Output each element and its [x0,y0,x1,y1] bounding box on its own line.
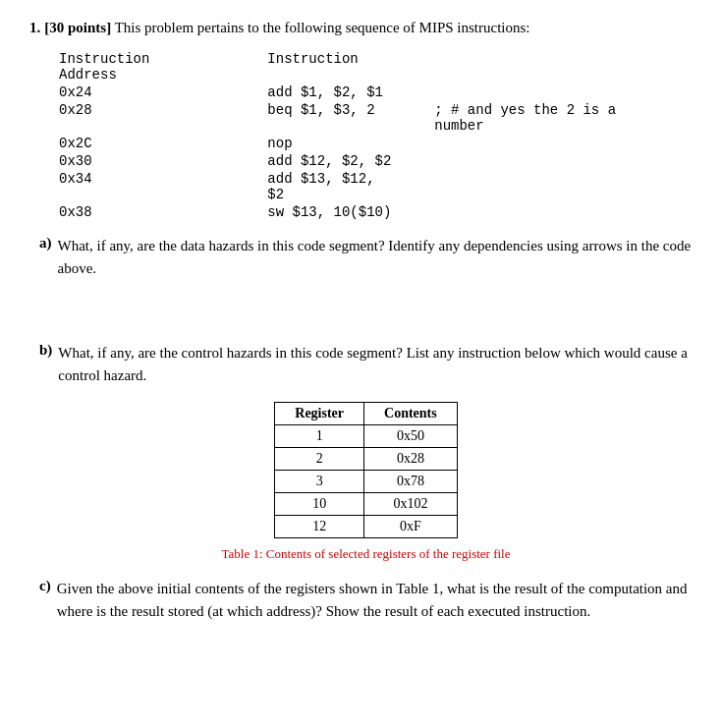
instr-text-1: beq $1, $3, 2 [267,101,434,135]
instr-address-2: 0x2C [59,135,267,152]
instr-text-4: add $13, $12, $2 [267,170,434,203]
instr-comment-2 [434,135,693,152]
table-row: 0x28 beq $1, $3, 2 ; # and yes the 2 is … [59,101,693,135]
instr-address-1: 0x28 [59,101,267,135]
spacer-a [39,287,693,307]
reg-contents-3: 0x102 [364,493,458,516]
sub-question-b-text: b) What, if any, are the control hazards… [39,342,693,386]
instr-comment-5 [434,203,693,221]
reg-contents-4: 0xF [364,516,458,538]
reg-reg-0: 1 [275,425,364,448]
reg-row-3: 10 0x102 [275,493,457,516]
col1-header: Instruction Address [59,50,267,84]
sub-content-a: What, if any, are the data hazards in th… [58,235,694,279]
reg-reg-3: 10 [275,493,364,516]
reg-row-1: 2 0x28 [275,448,457,471]
register-table: Register Contents 1 0x50 2 0x28 3 [274,402,457,538]
instr-comment-0 [434,84,693,101]
instr-comment-1: ; # and yes the 2 is a number [434,101,693,135]
instr-address-5: 0x38 [59,203,267,221]
table-row: 0x24 add $1, $2, $1 [59,84,693,101]
sub-label-c: c) [39,578,51,594]
col2-header: Instruction [267,50,434,84]
reg-row-4: 12 0xF [275,516,457,538]
reg-row-2: 3 0x78 [275,471,457,493]
instr-address-0: 0x24 [59,84,267,101]
instr-text-2: nop [267,135,434,152]
reg-contents-1: 0x28 [364,448,458,471]
instr-text-0: add $1, $2, $1 [267,84,434,101]
table-row: 0x38 sw $13, 10($10) [59,203,693,221]
instr-comment-4 [434,170,693,203]
instr-comment-3 [434,152,693,170]
sub-question-a-text: a) What, if any, are the data hazards in… [39,235,693,279]
table-caption-text: Table 1: Contents of selected registers … [221,546,510,561]
spacer-a2 [39,307,693,326]
problem-number-text: 1. [29,20,40,35]
sub-question-c: c) Given the above initial contents of t… [39,578,693,622]
problem-header: 1. [30 points] This problem pertains to … [29,20,693,36]
reg-contents-0: 0x50 [364,425,458,448]
problem-title: [30 points] This problem pertains to the… [44,20,529,36]
sub-label-a: a) [39,235,52,252]
instr-text-5: sw $13, 10($10) [267,203,434,221]
reg-contents-2: 0x78 [364,471,458,493]
instr-text-3: add $12, $2, $2 [267,152,434,170]
sub-question-a: a) What, if any, are the data hazards in… [39,235,693,326]
sub-content-b: What, if any, are the control hazards in… [58,342,693,386]
instr-address-4: 0x34 [59,170,267,203]
reg-row-0: 1 0x50 [275,425,457,448]
table-ref-1: 1 [432,581,440,596]
reg-col1-header: Register [275,403,364,425]
problem-title-text: This problem pertains to the following s… [111,20,529,35]
sub-question-c-text: c) Given the above initial contents of t… [39,578,693,622]
problem-number: 1. [29,20,40,36]
instruction-table: Instruction Address Instruction 0x24 add… [59,50,693,221]
table-row: 0x2C nop [59,135,693,152]
problem-points: [30 points] [44,20,111,35]
reg-col2-header: Contents [364,403,458,425]
table-row: 0x34 add $13, $12, $2 [59,170,693,203]
reg-reg-1: 2 [275,448,364,471]
sub-question-b: b) What, if any, are the control hazards… [39,342,693,562]
reg-reg-2: 3 [275,471,364,493]
table-row: 0x30 add $12, $2, $2 [59,152,693,170]
instruction-table-section: Instruction Address Instruction 0x24 add… [59,50,693,221]
instr-address-3: 0x30 [59,152,267,170]
problem-container: 1. [30 points] This problem pertains to … [29,20,693,622]
register-table-wrapper: Register Contents 1 0x50 2 0x28 3 [39,402,693,562]
sub-content-c: Given the above initial contents of the … [57,578,693,622]
reg-reg-4: 12 [275,516,364,538]
sub-label-b: b) [39,342,52,359]
table-caption: Table 1: Contents of selected registers … [221,546,510,562]
